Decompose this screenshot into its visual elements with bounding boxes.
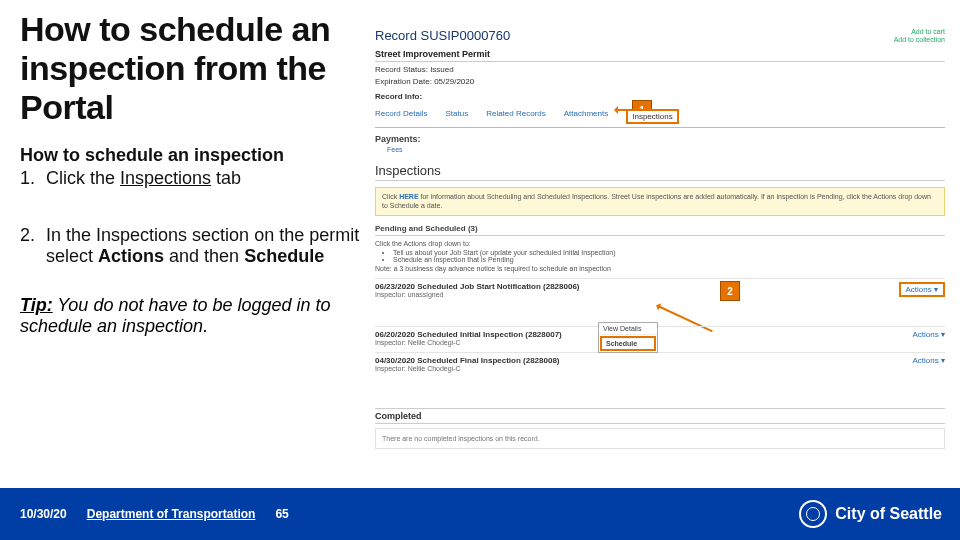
instructions-block: Click the Actions drop down to: Tell us …	[375, 240, 945, 272]
actions-menu: View Details Schedule	[598, 322, 658, 353]
slide-footer: 10/30/20 Department of Transportation 65…	[0, 488, 960, 540]
inspection-3-title: 04/30/2020 Scheduled Final Inspection (2…	[375, 356, 913, 365]
record-status: Record Status: Issued	[375, 65, 945, 74]
tab-attachments[interactable]: Attachments	[564, 109, 608, 124]
banner-post: for information about Scheduling and Sch…	[382, 193, 931, 209]
record-tabs: Record Details Status Related Records At…	[375, 105, 945, 128]
inspections-section-header: Inspections	[375, 163, 945, 181]
expiration-date: Expiration Date: 05/29/2020	[375, 77, 945, 86]
instructions-note: Note: a 3 business day advance notice is…	[375, 265, 945, 272]
record-title: Record SUSIP0000760	[375, 28, 510, 43]
inspection-1-inspector: Inspector: unassigned	[375, 291, 899, 298]
fees-link[interactable]: Fees	[387, 146, 945, 153]
record-info-header: Record Info:	[375, 92, 945, 101]
step-2: 2. In the Inspections section on the per…	[20, 225, 370, 267]
payments-header: Payments:	[375, 134, 945, 144]
footer-logo-text: City of Seattle	[835, 505, 942, 523]
instructions-bullet-2: Schedule an inspection that is Pending	[393, 256, 945, 263]
completed-header: Completed	[375, 408, 945, 424]
banner-pre: Click	[382, 193, 399, 200]
tip-lead: Tip:	[20, 295, 53, 315]
add-links[interactable]: Add to cart Add to collection	[894, 28, 945, 43]
inspection-item-2: 06/20/2020 Scheduled Initial Inspection …	[375, 326, 945, 346]
add-to-collection-link[interactable]: Add to collection	[894, 36, 945, 43]
instructions-lead: Click the Actions drop down to:	[375, 240, 945, 247]
step-1-pre: Click the	[46, 168, 120, 188]
menu-schedule[interactable]: Schedule	[600, 336, 656, 351]
inspection-item-3: 04/30/2020 Scheduled Final Inspection (2…	[375, 352, 945, 372]
step-2-number: 2.	[20, 225, 46, 267]
step-2-key-actions: Actions	[98, 246, 164, 266]
permit-type-header: Street Improvement Permit	[375, 49, 945, 62]
footer-logo: City of Seattle	[799, 500, 942, 528]
step-1-number: 1.	[20, 168, 46, 189]
inspection-item-1: 06/23/2020 Scheduled Job Start Notificat…	[375, 278, 945, 298]
step-2-text: In the Inspections section on the permit…	[46, 225, 370, 267]
actions-dropdown-2[interactable]: Actions ▾	[913, 330, 945, 339]
seattle-seal-icon	[799, 500, 827, 528]
menu-view-details[interactable]: View Details	[599, 323, 657, 335]
footer-department: Department of Transportation	[87, 507, 256, 521]
step-2-mid: and then	[164, 246, 244, 266]
inspection-1-title: 06/23/2020 Scheduled Job Start Notificat…	[375, 282, 899, 291]
portal-screenshot: Record SUSIP0000760 Add to cart Add to c…	[375, 28, 945, 478]
footer-date: 10/30/20	[20, 507, 67, 521]
slide-title: How to schedule an inspection from the P…	[20, 10, 370, 127]
step-1-post: tab	[211, 168, 241, 188]
tab-inspections[interactable]: Inspections	[626, 109, 678, 124]
tab-status[interactable]: Status	[445, 109, 468, 124]
instructions-heading: How to schedule an inspection	[20, 145, 370, 166]
step-1: 1. Click the Inspections tab	[20, 168, 370, 189]
step-1-keyword: Inspections	[120, 168, 211, 188]
add-to-cart-link[interactable]: Add to cart	[911, 28, 945, 35]
footer-page-number: 65	[275, 507, 288, 521]
step-1-text: Click the Inspections tab	[46, 168, 370, 189]
tip-body: You do not have to be logged in to sched…	[20, 295, 331, 336]
step-2-key-schedule: Schedule	[244, 246, 324, 266]
no-completed-message: There are no completed inspections on th…	[375, 428, 945, 449]
tab-record-details[interactable]: Record Details	[375, 109, 427, 124]
banner-here-link[interactable]: HERE	[399, 193, 418, 200]
pending-scheduled-header: Pending and Scheduled (3)	[375, 224, 945, 236]
tip: Tip: You do not have to be logged in to …	[20, 295, 370, 337]
actions-dropdown-1[interactable]: Actions ▾	[899, 282, 945, 297]
inspection-3-inspector: Inspector: Nelile Chodegi-C	[375, 365, 913, 372]
actions-dropdown-3[interactable]: Actions ▾	[913, 356, 945, 365]
tab-related-records[interactable]: Related Records	[486, 109, 546, 124]
info-banner: Click HERE for information about Schedul…	[375, 187, 945, 215]
instructions-bullet-1: Tell us about your Job Start (or update …	[393, 249, 945, 256]
